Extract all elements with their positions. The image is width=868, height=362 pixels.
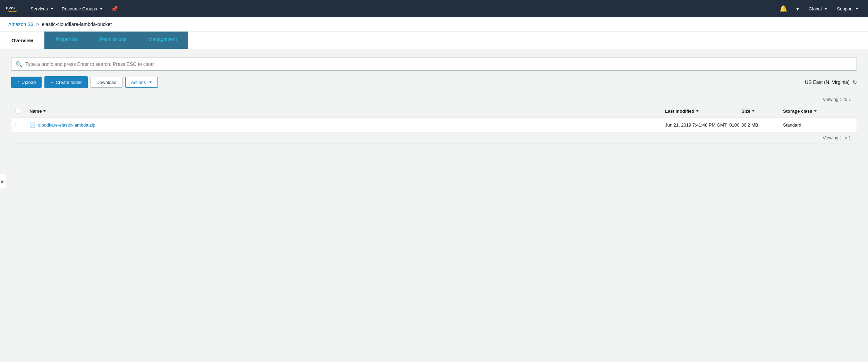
top-navigation: aws Services Resource Groups 📌 🔔 ▾ Globa… <box>0 0 868 17</box>
file-name-link[interactable]: cloudflare-elastic-lambda.zip <box>38 122 95 128</box>
account-chevron-icon: ▾ <box>796 6 799 12</box>
nav-support[interactable]: Support <box>833 0 862 17</box>
viewing-count-bottom: Viewing 1 to 1 <box>823 135 851 140</box>
tab-management[interactable]: Management <box>137 32 188 49</box>
region-display: US East (N. Virginia) ↻ <box>805 79 857 86</box>
svg-text:aws: aws <box>6 5 15 10</box>
upload-button[interactable]: Upload <box>11 77 42 88</box>
table-row: 📄 cloudflare-elastic-lambda.zip Jun 21, … <box>11 118 857 132</box>
tab-permissions[interactable]: Permissions <box>89 32 137 49</box>
storage-class-column-label: Storage class <box>783 109 812 114</box>
last-modified-cell: Jun 21, 2019 7:41:48 PM GMT+0100 <box>665 122 741 128</box>
breadcrumb: Amazon S3 > elastic-cloudflare-lambda-bu… <box>0 17 868 32</box>
global-label: Global <box>809 6 822 11</box>
select-all-checkbox[interactable] <box>16 109 20 113</box>
upload-icon <box>17 79 19 85</box>
header-checkbox-cell <box>16 109 29 114</box>
resource-groups-label: Resource Groups <box>62 6 97 11</box>
tab-overview-label: Overview <box>11 38 33 43</box>
download-button[interactable]: Download <box>91 77 122 88</box>
file-name-cell: 📄 cloudflare-elastic-lambda.zip <box>29 122 665 128</box>
actions-bar: Upload Create folder Download Actions US… <box>11 76 857 88</box>
tabs-container: Overview Properties Permissions Manageme… <box>0 32 868 49</box>
header-last-modified[interactable]: Last modified <box>665 109 741 114</box>
file-icon: 📄 <box>29 122 35 128</box>
last-modified-sort-icon <box>696 110 699 112</box>
tab-properties-label: Properties <box>56 36 78 42</box>
support-chevron-icon <box>856 8 858 10</box>
header-name[interactable]: Name <box>29 109 665 114</box>
create-folder-button[interactable]: Create folder <box>44 76 88 88</box>
breadcrumb-current: elastic-cloudflare-lambda-bucket <box>42 21 112 27</box>
row-checkbox-cell <box>16 123 29 127</box>
breadcrumb-separator: > <box>36 21 39 27</box>
storage-class-sort-icon <box>814 110 817 112</box>
nav-account[interactable]: ▾ <box>792 0 803 17</box>
size-cell: 30.2 MB <box>741 122 783 128</box>
refresh-icon: ↻ <box>852 79 857 85</box>
nav-resource-groups[interactable]: Resource Groups <box>58 0 107 17</box>
viewing-bar-top: Viewing 1 to 1 <box>11 94 857 105</box>
row-checkbox[interactable] <box>16 123 20 127</box>
search-container: 🔍 <box>11 58 857 71</box>
global-chevron-icon <box>824 8 827 10</box>
header-size[interactable]: Size <box>741 109 783 114</box>
actions-chevron-icon <box>149 81 152 83</box>
viewing-count-top: Viewing 1 to 1 <box>823 97 851 102</box>
size-column-label: Size <box>741 109 750 114</box>
tab-properties[interactable]: Properties <box>44 32 89 49</box>
actions-label: Actions <box>131 80 146 85</box>
tab-permissions-label: Permissions <box>100 36 126 42</box>
files-table: Viewing 1 to 1 Name Last modified Size S… <box>11 94 857 144</box>
services-label: Services <box>31 6 48 11</box>
resource-groups-chevron-icon <box>100 8 103 10</box>
table-header: Name Last modified Size Storage class <box>11 105 857 118</box>
download-label: Download <box>96 80 117 85</box>
storage-class-cell: Standard <box>783 122 852 128</box>
plus-icon <box>50 79 53 85</box>
nav-right-section: 🔔 ▾ Global Support <box>776 0 862 17</box>
search-icon: 🔍 <box>16 61 23 68</box>
breadcrumb-parent-link[interactable]: Amazon S3 <box>8 21 33 27</box>
region-label: US East (N. Virginia) <box>805 79 850 85</box>
nav-global[interactable]: Global <box>805 0 832 17</box>
bell-icon: 🔔 <box>780 5 787 12</box>
main-content: 🔍 Upload Create folder Download Actions … <box>0 49 868 152</box>
nav-bookmark[interactable]: 📌 <box>107 0 122 17</box>
refresh-button[interactable]: ↻ <box>852 79 857 86</box>
tab-overview[interactable]: Overview <box>0 32 44 49</box>
bookmark-icon: 📌 <box>111 6 118 12</box>
notifications-button[interactable]: 🔔 <box>776 0 791 17</box>
create-folder-label: Create folder <box>56 80 82 85</box>
name-column-label: Name <box>29 109 42 114</box>
last-modified-column-label: Last modified <box>665 109 695 114</box>
search-input[interactable] <box>25 58 852 70</box>
size-sort-icon <box>752 110 755 112</box>
services-chevron-icon <box>51 8 53 10</box>
actions-dropdown-button[interactable]: Actions <box>125 77 158 88</box>
aws-logo[interactable]: aws <box>6 4 19 14</box>
viewing-bar-bottom: Viewing 1 to 1 <box>11 132 857 143</box>
header-storage-class[interactable]: Storage class <box>783 109 852 114</box>
tab-management-label: Management <box>148 36 177 42</box>
nav-services[interactable]: Services <box>26 0 58 17</box>
upload-label: Upload <box>22 80 36 85</box>
support-label: Support <box>837 6 853 11</box>
name-sort-icon <box>43 110 46 112</box>
